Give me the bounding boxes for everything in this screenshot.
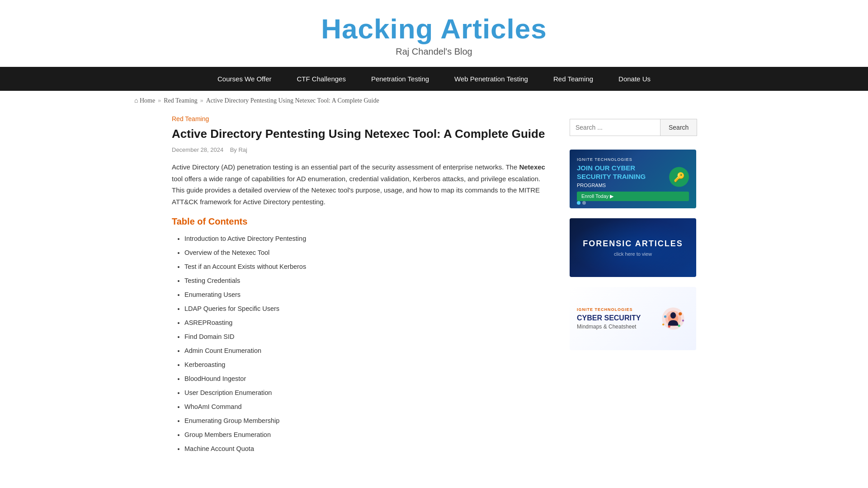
dot-2 — [582, 201, 586, 205]
forensic-sub: click here to view — [614, 251, 652, 257]
toc-item[interactable]: BloodHound Ingestor — [184, 372, 552, 385]
site-header: Hacking Articles Raj Chandel's Blog — [0, 0, 868, 67]
search-button[interactable]: Search — [660, 119, 697, 136]
nav-item-courses[interactable]: Courses We Offer — [205, 67, 284, 91]
nav-item-pentest[interactable]: Penetration Testing — [359, 67, 442, 91]
content-wrapper: Red Teaming Active Directory Pentesting … — [163, 111, 705, 474]
main-content: Red Teaming Active Directory Pentesting … — [172, 115, 552, 456]
mindmap-logo: iGNiTE Technologies — [577, 307, 652, 312]
netexec-term: Netexec — [519, 163, 545, 171]
toc-item[interactable]: LDAP Queries for Specific Users — [184, 302, 552, 315]
site-subtitle: Raj Chandel's Blog — [9, 47, 859, 57]
forensic-title: FORENSIC ARTICLES — [583, 239, 683, 249]
banner-ignite-logo: iGNiTE Technologies — [577, 157, 689, 162]
nav-item-donate[interactable]: Donate Us — [606, 67, 663, 91]
article-date: December 28, 2024 — [172, 146, 223, 153]
mindmap-sub: Mindmaps & Cheatsheet — [577, 324, 652, 330]
svg-point-6 — [678, 324, 680, 327]
svg-point-7 — [668, 325, 670, 328]
site-title: Hacking Articles — [9, 13, 859, 45]
article-title: Active Directory Pentesting Using Netexe… — [172, 126, 552, 142]
key-icon: 🔑 — [669, 167, 689, 187]
toc-item[interactable]: WhoAmI Command — [184, 400, 552, 413]
article-body: Active Directory (AD) penetration testin… — [172, 161, 552, 455]
svg-point-9 — [662, 324, 664, 325]
nav-item-ctf[interactable]: CTF Challenges — [284, 67, 359, 91]
toc-item[interactable]: Testing Credentials — [184, 274, 552, 287]
nav-item-webpentest[interactable]: Web Penetration Testing — [442, 67, 541, 91]
toc-item[interactable]: Machine Account Quota — [184, 442, 552, 455]
sidebar: Search iGNiTE Technologies JOIN OUR CYBE… — [570, 115, 696, 456]
toc-item[interactable]: ASREPRoasting — [184, 316, 552, 329]
toc-item[interactable]: Admin Count Enumeration — [184, 344, 552, 357]
svg-point-4 — [679, 312, 682, 315]
banner-ignite-dots — [577, 201, 586, 205]
article-author[interactable]: Raj — [238, 146, 247, 153]
mindmap-text: iGNiTE Technologies CYBER SECURITY Mindm… — [577, 307, 652, 330]
category-tag[interactable]: Red Teaming — [172, 115, 209, 122]
banner-ignite[interactable]: iGNiTE Technologies JOIN OUR CYBER SECUR… — [570, 150, 696, 208]
banner-forensic[interactable]: FORENSIC ARTICLES click here to view — [570, 218, 696, 277]
breadcrumb-red-teaming[interactable]: Red Teaming — [164, 97, 198, 104]
svg-point-8 — [682, 319, 684, 321]
toc-item[interactable]: Enumerating Users — [184, 288, 552, 301]
nav-item-redteam[interactable]: Red Teaming — [541, 67, 606, 91]
breadcrumb-home[interactable]: Home — [134, 97, 155, 104]
brain-icon — [657, 303, 689, 334]
svg-point-5 — [664, 315, 666, 318]
toc-item[interactable]: Test if an Account Exists without Kerber… — [184, 260, 552, 273]
svg-point-3 — [670, 312, 676, 319]
toc-item[interactable]: Group Members Enumeration — [184, 428, 552, 441]
toc-item[interactable]: Find Domain SID — [184, 330, 552, 343]
article-intro: Active Directory (AD) penetration testin… — [172, 161, 552, 207]
main-nav: Courses We OfferCTF ChallengesPenetratio… — [0, 67, 868, 91]
toc-item[interactable]: User Description Enumeration — [184, 386, 552, 399]
dot-1 — [577, 201, 580, 205]
banner-ignite-enroll[interactable]: Enroll Today ▶ — [577, 192, 689, 201]
article-by: By — [230, 146, 237, 153]
search-widget: Search — [570, 119, 696, 136]
breadcrumb-sep2: » — [200, 97, 203, 104]
banner-mindmap[interactable]: iGNiTE Technologies CYBER SECURITY Mindm… — [570, 287, 696, 350]
toc-item[interactable]: Kerberoasting — [184, 358, 552, 371]
mindmap-title: CYBER SECURITY — [577, 314, 652, 322]
toc-heading: Table of Contents — [172, 216, 552, 227]
toc-list: Introduction to Active Directory Pentest… — [172, 232, 552, 455]
article-meta: December 28, 2024 By Raj — [172, 146, 552, 153]
breadcrumb-sep1: » — [158, 97, 161, 104]
breadcrumb: Home » Red Teaming » Active Directory Pe… — [0, 91, 868, 111]
toc-item[interactable]: Introduction to Active Directory Pentest… — [184, 232, 552, 245]
toc-item[interactable]: Enumerating Group Membership — [184, 414, 552, 427]
search-input[interactable] — [570, 119, 660, 136]
toc-item[interactable]: Overview of the Netexec Tool — [184, 246, 552, 259]
breadcrumb-current: Active Directory Pentesting Using Netexe… — [206, 97, 379, 104]
